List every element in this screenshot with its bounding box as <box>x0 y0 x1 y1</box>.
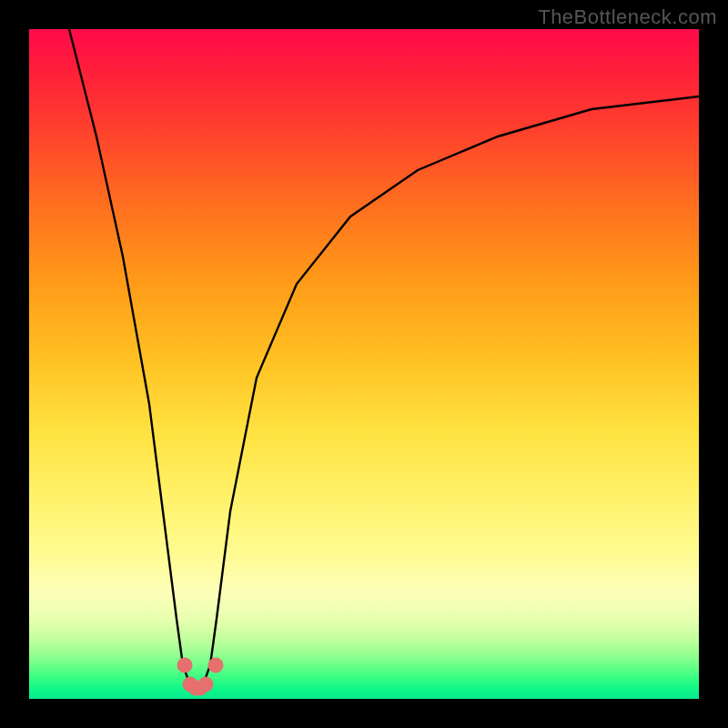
svg-point-5 <box>208 658 223 672</box>
curve-layer <box>29 29 699 699</box>
watermark-text: TheBottleneck.com <box>538 5 717 29</box>
chart-frame: TheBottleneck.com <box>0 0 728 728</box>
svg-point-0 <box>177 658 192 672</box>
bottleneck-curve <box>69 29 699 689</box>
svg-point-4 <box>198 677 213 692</box>
trough-markers <box>177 658 223 695</box>
plot-area <box>29 29 699 699</box>
